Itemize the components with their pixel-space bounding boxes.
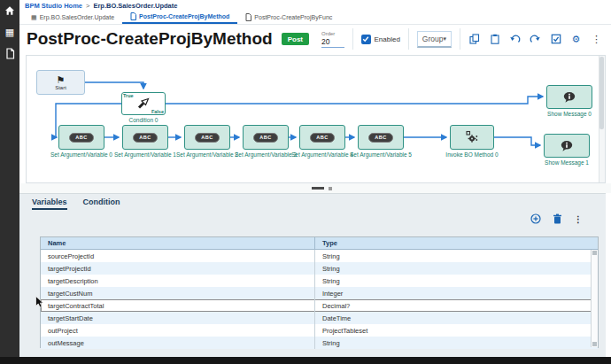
splitter-dot xyxy=(329,187,332,190)
cell-name[interactable]: targetProjectId xyxy=(41,262,315,275)
cell-name[interactable]: targetContractTotal xyxy=(41,299,315,312)
document-icon[interactable] xyxy=(0,43,19,64)
delete-trash-icon[interactable] xyxy=(553,213,562,224)
cell-type[interactable]: ProjectTableset xyxy=(315,327,598,335)
set-variable-node-2[interactable]: ABC xyxy=(184,125,230,150)
set-variable-label-5: Set Argument/Variable 5 xyxy=(350,151,412,158)
set-variable-label-3: Set Argument/Variable 3 xyxy=(235,151,297,158)
tab-postproc-createprojbymethod[interactable]: PostProc-CreateProjByMethod xyxy=(122,11,237,24)
start-node[interactable]: ⚑ Start xyxy=(36,70,85,95)
scrollbar-thumb[interactable] xyxy=(599,57,604,129)
tab-label: Erp.BO.SalesOrder.Update xyxy=(40,14,114,20)
panel-tabs: Variables Condition xyxy=(32,197,120,210)
set-variable-node-1[interactable]: ABC xyxy=(122,125,168,150)
tab-postproc-createprojbyfunc[interactable]: PostProc-CreateProjByFunc xyxy=(237,11,340,24)
table-row[interactable]: outProject ProjectTableset xyxy=(41,324,598,337)
tab-salesorder-update[interactable]: ▦ Erp.BO.SalesOrder.Update xyxy=(23,11,122,24)
condition-node[interactable]: True False xyxy=(121,92,166,115)
validate-checkbox-icon[interactable] xyxy=(550,34,561,45)
set-variable-node-5[interactable]: ABC xyxy=(358,125,404,150)
set-variable-label-2: Set Argument/Variable 2 xyxy=(176,151,238,158)
column-header-name[interactable]: Name xyxy=(41,237,315,249)
app-sidebar: ▦ xyxy=(0,0,19,364)
table-row[interactable]: targetCustNum Integer xyxy=(41,287,598,299)
add-variable-icon[interactable] xyxy=(530,213,541,224)
table-scrollbar[interactable] xyxy=(591,250,598,347)
table-row[interactable]: targetStartDate DateTime xyxy=(41,312,598,324)
divider xyxy=(460,28,460,50)
start-node-label: Start xyxy=(55,85,66,90)
show-message-0-node[interactable] xyxy=(546,85,592,109)
show-message-1-node[interactable] xyxy=(544,134,590,158)
abc-badge-icon: ABC xyxy=(368,133,392,143)
more-kebab-icon[interactable]: ⋮ xyxy=(591,34,602,45)
bottom-edge-strip xyxy=(0,357,611,364)
abc-badge-icon: ABC xyxy=(253,133,277,143)
table-row[interactable]: targetDescription String xyxy=(41,275,598,287)
breadcrumb-current: Erp.BO.SalesOrder.Update xyxy=(93,2,177,10)
show-message-0-label: Show Message 0 xyxy=(547,111,592,117)
order-field: Order xyxy=(321,31,344,48)
panel-toolbar: ⋮ xyxy=(530,213,583,224)
tab-variables[interactable]: Variables xyxy=(32,197,67,210)
canvas-scrollbar[interactable] xyxy=(599,56,605,182)
cell-type[interactable]: Decimal? xyxy=(315,302,598,310)
cell-name[interactable]: outMessage xyxy=(41,337,315,349)
set-variable-node-4[interactable]: ABC xyxy=(299,125,345,150)
apps-grid-icon[interactable]: ▦ xyxy=(0,21,19,43)
abc-badge-icon: ABC xyxy=(133,133,157,143)
table-row[interactable]: outMessage String xyxy=(41,337,598,349)
table-row-selected[interactable]: targetContractTotal Decimal? xyxy=(41,299,598,312)
table-header-row: Name Type xyxy=(41,237,598,250)
panel-splitter[interactable] xyxy=(19,183,611,193)
more-kebab-icon[interactable]: ⋮ xyxy=(574,214,583,224)
enabled-checkbox[interactable] xyxy=(361,35,371,44)
cell-name[interactable]: targetStartDate xyxy=(41,312,315,324)
table-row[interactable]: sourceProjectId String xyxy=(41,250,598,262)
cell-name[interactable]: sourceProjectId xyxy=(41,250,315,262)
scroll-up-icon[interactable] xyxy=(592,251,597,255)
header-toolbar: ⚙ ⋮ xyxy=(468,34,602,45)
tab-condition[interactable]: Condition xyxy=(83,197,120,210)
cell-type[interactable]: DateTime xyxy=(315,314,598,322)
cell-type[interactable]: String xyxy=(315,252,598,260)
set-variable-node-0[interactable]: ABC xyxy=(58,125,104,150)
redo-icon[interactable] xyxy=(530,34,541,45)
abc-badge-icon: ABC xyxy=(195,133,219,143)
settings-gear-icon[interactable]: ⚙ xyxy=(570,34,582,45)
table-row[interactable]: targetProjectId String xyxy=(41,262,598,275)
cell-type[interactable]: Integer xyxy=(315,290,598,298)
paste-icon[interactable] xyxy=(489,34,500,45)
copy-icon[interactable] xyxy=(468,34,480,45)
enabled-control: Enabled xyxy=(361,35,400,44)
column-header-type[interactable]: Type xyxy=(315,239,598,247)
bottom-panel: Variables Condition ⋮ Name Type sourcePr… xyxy=(19,193,606,357)
cell-name[interactable]: targetCustNum xyxy=(41,287,315,299)
invoke-node-label: Invoke BO Method 0 xyxy=(445,151,498,158)
condition-node-label: Condition 0 xyxy=(129,117,159,123)
condition-false-label: False xyxy=(151,109,164,114)
splitter-handle-icon[interactable] xyxy=(312,187,324,190)
home-icon[interactable] xyxy=(0,0,19,21)
cell-name[interactable]: targetDescription xyxy=(41,275,315,287)
group-dropdown[interactable]: Group ▾ xyxy=(417,31,452,48)
flag-icon: ⚑ xyxy=(57,75,66,85)
cell-name[interactable]: outProject xyxy=(41,324,315,337)
tab-bar: ▦ Erp.BO.SalesOrder.Update PostProc-Crea… xyxy=(19,12,611,25)
invoke-bo-method-node[interactable] xyxy=(450,125,494,150)
set-variable-label-4: Set Argument/Variable 4 xyxy=(291,151,353,158)
cell-type[interactable]: String xyxy=(315,265,598,273)
breadcrumb-home-link[interactable]: BPM Studio Home xyxy=(25,2,82,10)
set-variable-label-1: Set Argument/Variable 1 xyxy=(114,151,176,158)
condition-icon xyxy=(136,97,151,110)
cell-type[interactable]: String xyxy=(315,339,598,347)
undo-icon[interactable] xyxy=(509,34,521,45)
invoke-method-icon xyxy=(465,130,479,144)
workflow-canvas[interactable]: ⚑ Start True False Condition 0 ABC Set A… xyxy=(26,55,606,183)
variables-table: Name Type sourceProjectId String targetP… xyxy=(40,236,599,348)
order-input[interactable] xyxy=(321,36,344,48)
cell-type[interactable]: String xyxy=(315,277,598,285)
tab-label: PostProc-CreateProjByMethod xyxy=(139,13,229,19)
scroll-down-icon[interactable] xyxy=(592,342,597,346)
set-variable-node-3[interactable]: ABC xyxy=(243,125,289,150)
